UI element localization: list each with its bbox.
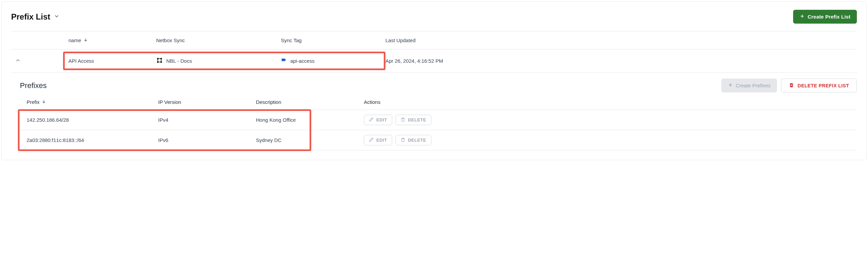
row-actions: EDIT DELETE	[364, 135, 857, 145]
edit-label: EDIT	[376, 138, 387, 143]
row-synctag: api-access	[290, 58, 315, 64]
col-name-label: name	[68, 37, 81, 43]
trash-icon	[401, 137, 405, 143]
create-prefix-list-button[interactable]: Create Prefix List	[793, 10, 857, 24]
expand-toggle[interactable]	[11, 57, 25, 64]
row-netbox: NBL - Docs	[166, 58, 192, 64]
chevron-up-icon	[15, 57, 21, 64]
prefix-cell: 142.250.186.64/28	[27, 117, 158, 123]
delete-prefix-list-label: DELETE PREFIX LIST	[798, 83, 849, 88]
cell-lastupdated: Apr 26, 2024, 4:16:52 PM	[385, 58, 857, 64]
create-prefixes-label: Create Prefixes	[736, 83, 771, 88]
prefixes-panel: Prefixes Create Prefixes DELETE PREFIX L…	[11, 73, 857, 150]
description-cell: Hong Kong Office	[256, 117, 364, 123]
col-lastupdated-label: Last Updated	[385, 37, 415, 43]
delete-prefix-list-button[interactable]: DELETE PREFIX LIST	[781, 79, 857, 92]
sub-col-description-label: Description	[256, 99, 281, 105]
col-netbox-sync[interactable]: Netbox Sync	[156, 37, 281, 43]
page-container: Prefix List Create Prefix List name Netb…	[1, 1, 867, 160]
prefixes-title: Prefixes	[20, 81, 47, 90]
row-lastupdated: Apr 26, 2024, 4:16:52 PM	[385, 58, 443, 64]
col-synctag-label: Sync Tag	[281, 37, 301, 43]
trash-x-icon	[789, 82, 794, 89]
highlighted-region-row: API Access	[68, 57, 385, 65]
prefixes-columns: Prefix IP Version Description Actions	[20, 96, 857, 110]
prefixes-header: Prefixes Create Prefixes DELETE PREFIX L…	[20, 79, 857, 96]
delete-button[interactable]: DELETE	[396, 115, 431, 125]
edit-button[interactable]: EDIT	[364, 135, 392, 145]
prefix-row: 2a03:2880:f11c:8183::/64 IPv6 Sydney DC …	[20, 130, 857, 150]
cell-name: API Access	[68, 58, 156, 64]
table-header-row: name Netbox Sync Sync Tag Last Updated	[11, 31, 857, 50]
create-prefixes-button[interactable]: Create Prefixes	[721, 79, 777, 92]
create-prefix-list-label: Create Prefix List	[808, 14, 850, 20]
plus-icon	[800, 13, 805, 20]
row-actions: EDIT DELETE	[364, 115, 857, 125]
delete-label: DELETE	[408, 117, 426, 122]
sub-col-ipversion[interactable]: IP Version	[158, 99, 256, 105]
trash-icon	[401, 117, 405, 123]
sub-col-ipversion-label: IP Version	[158, 99, 181, 105]
cell-netbox: NBL - Docs	[156, 57, 281, 65]
table-row: API Access	[11, 50, 857, 73]
sort-desc-icon	[41, 99, 46, 105]
delete-label: DELETE	[408, 138, 426, 143]
prefix-row: 142.250.186.64/28 IPv4 Hong Kong Office …	[20, 110, 857, 130]
sub-col-prefix-label: Prefix	[27, 99, 39, 105]
col-name[interactable]: name	[68, 37, 156, 43]
pencil-icon	[369, 137, 374, 143]
sub-col-description[interactable]: Description	[256, 99, 364, 105]
delete-button[interactable]: DELETE	[396, 135, 431, 145]
page-title: Prefix List	[11, 12, 50, 22]
row-name: API Access	[68, 58, 94, 64]
pencil-icon	[369, 117, 374, 123]
edit-button[interactable]: EDIT	[364, 115, 392, 125]
plus-icon	[728, 82, 733, 89]
sub-col-prefix[interactable]: Prefix	[27, 99, 158, 105]
tag-icon	[281, 57, 287, 64]
col-last-updated[interactable]: Last Updated	[385, 37, 857, 43]
prefixes-actions: Create Prefixes DELETE PREFIX LIST	[721, 79, 857, 92]
col-sync-tag[interactable]: Sync Tag	[281, 37, 385, 43]
sub-col-actions-label: Actions	[364, 99, 380, 105]
sort-desc-icon	[83, 37, 88, 43]
edit-label: EDIT	[376, 117, 387, 122]
col-netbox-label: Netbox Sync	[156, 37, 185, 43]
page-title-group: Prefix List	[11, 12, 60, 22]
ipversion-cell: IPv4	[158, 117, 256, 123]
page-header: Prefix List Create Prefix List	[11, 10, 857, 31]
description-cell: Sydney DC	[256, 137, 364, 143]
prefix-cell: 2a03:2880:f11c:8183::/64	[27, 137, 158, 143]
sub-col-actions: Actions	[364, 99, 857, 105]
ipversion-cell: IPv6	[158, 137, 256, 143]
highlighted-region-prefixes: 142.250.186.64/28 IPv4 Hong Kong Office …	[20, 110, 857, 150]
prefix-list-table: name Netbox Sync Sync Tag Last Updated	[11, 31, 857, 150]
netbox-icon	[156, 57, 163, 65]
chevron-down-icon[interactable]	[54, 13, 60, 21]
cell-synctag: api-access	[281, 57, 385, 64]
